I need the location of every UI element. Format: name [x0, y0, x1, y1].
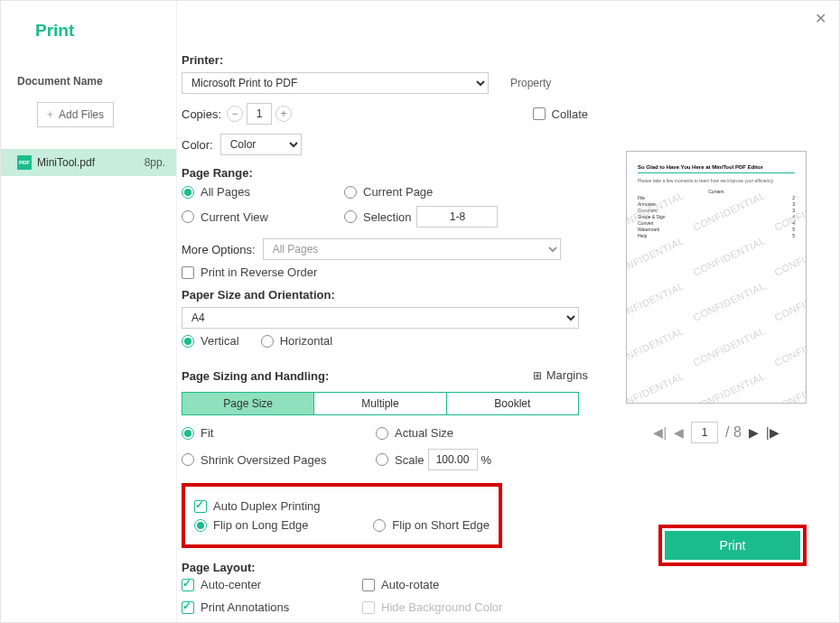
document-name-label: Document Name [1, 41, 176, 97]
printer-label: Printer: [182, 53, 588, 67]
prev-page-icon[interactable]: ◀ [674, 425, 684, 440]
copies-label: Copies: [182, 107, 221, 121]
auto-center-checkbox[interactable]: Auto-center [182, 578, 362, 591]
sidebar: Print Document Name + Add Files PDF Mini… [1, 1, 177, 622]
selection-radio[interactable]: Selection [344, 210, 411, 224]
print-annotations-checkbox[interactable]: Print Annotations [182, 600, 362, 614]
page-range-label: Page Range: [182, 166, 588, 180]
add-files-button[interactable]: + Add Files [37, 102, 114, 127]
current-view-radio[interactable]: Current View [182, 206, 344, 228]
all-pages-radio[interactable]: All Pages [182, 185, 344, 199]
print-highlight-box: Print [658, 525, 807, 566]
sizing-tabs: Page Size Multiple Booklet [182, 392, 579, 415]
margins-icon: ⊞ [533, 369, 541, 382]
main-panel: Printer: Microsoft Print to PDF Property… [182, 48, 588, 614]
checkbox-icon [182, 266, 194, 279]
scale-radio[interactable]: Scale [376, 453, 425, 467]
checkbox-icon [182, 579, 194, 591]
radio-icon [376, 427, 388, 440]
preview-page: So Glad to Have You Here at MiniTool PDF… [626, 151, 807, 404]
page-total: / 8 [725, 424, 742, 441]
more-options-select[interactable]: All Pages [263, 238, 561, 260]
selection-input[interactable] [416, 206, 498, 228]
paper-size-select[interactable]: A4 [182, 307, 579, 329]
page-number-input[interactable] [691, 422, 718, 443]
copies-decrement[interactable]: − [227, 106, 243, 122]
radio-icon [344, 186, 357, 199]
file-name: MiniTool.pdf [37, 156, 95, 169]
hide-background-checkbox: Hide Background Color [362, 600, 588, 614]
preview-pager: ◀| ◀ / 8 ▶ |▶ [626, 422, 807, 443]
radio-icon [182, 453, 194, 466]
shrink-radio[interactable]: Shrink Oversized Pages [182, 449, 376, 470]
add-files-label: Add Files [59, 108, 104, 121]
next-page-icon[interactable]: ▶ [749, 425, 759, 440]
radio-icon [182, 186, 194, 199]
last-page-icon[interactable]: |▶ [766, 425, 779, 440]
checkbox-icon [362, 601, 375, 614]
reverse-order-checkbox[interactable]: Print in Reverse Order [182, 265, 317, 279]
plus-icon: + [47, 108, 53, 121]
radio-icon [194, 519, 207, 532]
horizontal-radio[interactable]: Horizontal [261, 334, 333, 348]
file-page-count: 8pp. [145, 156, 165, 169]
tab-page-size[interactable]: Page Size [182, 393, 313, 414]
preview-title: So Glad to Have You Here at MiniTool PDF… [638, 164, 795, 170]
color-label: Color: [182, 138, 213, 152]
preview-subtitle: Please take a few moments to learn how w… [638, 178, 795, 183]
printer-property-link[interactable]: Property [510, 77, 551, 89]
sizing-label: Page Sizing and Handling: [182, 369, 329, 383]
checkbox-icon [362, 579, 375, 591]
collate-checkbox[interactable]: Collate [533, 107, 588, 121]
radio-icon [182, 210, 194, 223]
copies-increment[interactable]: + [275, 106, 292, 122]
actual-size-radio[interactable]: Actual Size [376, 426, 588, 440]
print-button[interactable]: Print [665, 531, 800, 560]
auto-duplex-checkbox[interactable]: Auto Duplex Printing [194, 499, 321, 513]
tab-multiple[interactable]: Multiple [313, 393, 445, 414]
printer-select[interactable]: Microsoft Print to PDF [182, 72, 489, 94]
auto-rotate-checkbox[interactable]: Auto-rotate [362, 578, 588, 591]
more-options-label: More Options: [182, 243, 256, 256]
flip-short-edge-radio[interactable]: Flip on Short Edge [373, 518, 490, 532]
color-select[interactable]: Color [220, 134, 302, 155]
checkbox-icon [182, 601, 194, 614]
checkbox-icon [533, 107, 546, 120]
copies-input[interactable] [247, 103, 272, 125]
vertical-radio[interactable]: Vertical [182, 334, 239, 348]
radio-icon [182, 427, 194, 440]
radio-icon [261, 335, 274, 348]
duplex-highlight-box: Auto Duplex Printing Flip on Long Edge F… [182, 483, 502, 548]
preview-panel: So Glad to Have You Here at MiniTool PDF… [626, 151, 807, 443]
flip-long-edge-radio[interactable]: Flip on Long Edge [194, 518, 309, 532]
first-page-icon[interactable]: ◀| [653, 425, 667, 440]
radio-icon [376, 453, 388, 466]
page-layout-label: Page Layout: [182, 561, 588, 574]
margins-button[interactable]: ⊞ Margins [533, 368, 588, 382]
close-icon[interactable]: ✕ [815, 10, 826, 27]
file-list-item[interactable]: PDF MiniTool.pdf 8pp. [1, 149, 176, 176]
radio-icon [182, 335, 194, 348]
checkbox-icon [194, 500, 207, 513]
scale-input[interactable] [428, 449, 478, 470]
fit-radio[interactable]: Fit [182, 426, 376, 440]
pdf-icon: PDF [17, 155, 32, 170]
dialog-title: Print [1, 1, 176, 41]
paper-label: Paper Size and Orientation: [182, 288, 588, 302]
radio-icon [344, 210, 357, 223]
current-page-radio[interactable]: Current Page [344, 185, 588, 199]
radio-icon [373, 519, 386, 532]
tab-booklet[interactable]: Booklet [446, 393, 578, 414]
